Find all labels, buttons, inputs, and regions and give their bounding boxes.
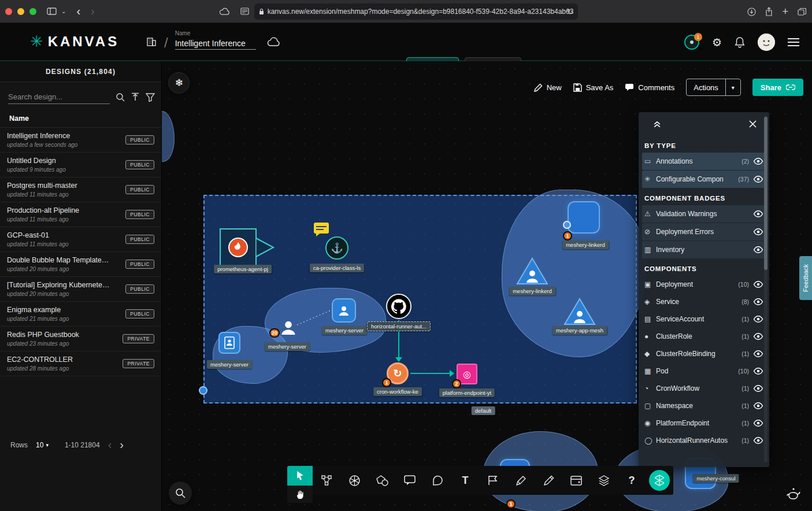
menu-hamburger-icon[interactable] [788, 38, 799, 46]
node-label[interactable]: platform-endpoint-yt [439, 388, 495, 397]
node-label[interactable]: prometheus-agent-pj [214, 265, 272, 273]
previous-page-button[interactable]: ‹ [108, 438, 112, 451]
meshery-app-mesh-triangle-icon[interactable] [563, 298, 596, 325]
save-as-button[interactable]: Save As [573, 83, 614, 92]
badge-row[interactable]: ⊘ Deployment Errors [642, 223, 766, 240]
visibility-eye-icon[interactable] [753, 228, 763, 235]
search-icon[interactable] [116, 92, 125, 102]
components-tool[interactable] [313, 466, 340, 495]
selection-handle[interactable] [199, 386, 207, 395]
notes-tool[interactable] [562, 466, 590, 495]
design-row[interactable]: Enigma example updated 21 minutes ago PU… [0, 302, 161, 327]
component-row[interactable]: ◉ PlatformEndpoint (1) [642, 414, 766, 431]
node-label[interactable]: meshery-server [207, 360, 252, 369]
node-label[interactable]: meshery-server [322, 326, 367, 335]
visibility-eye-icon[interactable] [753, 368, 763, 375]
zoom-button[interactable] [169, 482, 192, 505]
component-row[interactable]: ▤ ServiceAccount (1) [642, 310, 766, 327]
organization-icon[interactable] [146, 36, 157, 47]
node-label[interactable]: meshery-consul [693, 474, 739, 483]
ca-provider-node-icon[interactable]: ⚓ [325, 236, 348, 260]
github-runner-node-icon[interactable] [386, 294, 411, 319]
component-row[interactable]: ◆ ClusterRoleBinding (1) [642, 345, 766, 362]
reload-icon[interactable]: ↻ [567, 8, 573, 16]
new-design-button[interactable]: New [534, 83, 562, 92]
component-row[interactable]: ▣ Deployment (10) [642, 276, 766, 292]
component-row[interactable]: ▢ Namespace (1) [642, 397, 766, 414]
sidebar-toggle-icon[interactable] [47, 8, 57, 15]
collapse-panel-icon[interactable] [652, 119, 662, 128]
design-name-input[interactable] [175, 38, 256, 50]
design-row[interactable]: Redis PHP Guestbook updated 23 minutes a… [0, 327, 161, 351]
address-bar[interactable]: kanvas.new/extension/meshmap?mode=design… [254, 3, 578, 20]
close-panel-icon[interactable] [749, 120, 757, 128]
icloud-icon[interactable] [219, 8, 230, 15]
panel-scrollbar-thumb[interactable] [764, 117, 767, 270]
meshery-server-card-node-icon[interactable] [218, 332, 240, 354]
visibility-eye-icon[interactable] [753, 402, 763, 409]
kubernetes-tool[interactable] [340, 466, 368, 495]
component-row[interactable]: ◈ Service (8) [642, 293, 766, 310]
help-tool[interactable]: ? [618, 466, 646, 495]
sticker-tool[interactable] [424, 466, 451, 495]
node-label[interactable]: cron-workflow-ke [373, 387, 422, 396]
freeze-layout-button[interactable]: ❄ [168, 72, 190, 94]
design-row[interactable]: GCP-east-01 updated 11 minutes ago PUBLI… [0, 227, 161, 252]
design-row[interactable]: Production-alt Pipeline updated 11 minut… [0, 202, 161, 227]
pan-tool[interactable] [287, 486, 313, 503]
meshery-server-node-icon[interactable] [332, 298, 356, 323]
pen-tool[interactable] [507, 466, 535, 495]
next-page-button[interactable]: › [120, 438, 124, 451]
node-label[interactable]: meshery-server [265, 342, 310, 351]
visibility-eye-icon[interactable] [753, 437, 763, 444]
filter-icon[interactable] [146, 93, 155, 102]
image-tool[interactable] [479, 466, 507, 495]
forward-button[interactable]: › [91, 5, 95, 18]
meshery-linkerd-triangle-icon[interactable] [516, 257, 548, 285]
node-label[interactable]: meshery-linkerd [562, 240, 609, 249]
visibility-eye-icon[interactable] [753, 176, 763, 183]
visibility-eye-icon[interactable] [753, 316, 763, 323]
settings-gear-icon[interactable]: ⚙ [712, 36, 722, 49]
comments-button[interactable]: Comments [625, 83, 674, 92]
layers-tool[interactable] [590, 466, 618, 495]
by-type-row[interactable]: ✳ Configurable Compon (37) [642, 171, 766, 188]
comment-annotation-icon[interactable] [313, 222, 329, 237]
name-column-header[interactable]: Name [0, 110, 161, 128]
new-tab-icon[interactable]: + [782, 6, 788, 18]
visibility-eye-icon[interactable] [753, 298, 763, 305]
design-row[interactable]: Untitled Design updated 9 minutes ago PU… [0, 153, 161, 177]
visibility-eye-icon[interactable] [753, 420, 763, 427]
by-type-row[interactable]: ▭ Annotations (2) [642, 153, 766, 170]
node-label[interactable]: meshery-linkerd [509, 287, 555, 295]
design-row[interactable]: Double Bubble Map Template-copy updated … [0, 252, 161, 277]
component-row[interactable]: ● ClusterRole (1) [642, 328, 766, 345]
share-button[interactable]: Share [752, 79, 803, 96]
notification-center-button[interactable] [781, 482, 806, 506]
badge-row[interactable]: ⚠ Validation Warnings [642, 205, 766, 223]
tab-overview-icon[interactable] [798, 8, 806, 16]
environment-indicator[interactable]: 1 [684, 35, 699, 50]
panel-scrollbar[interactable] [764, 116, 767, 462]
meshery-extension-button[interactable] [646, 466, 673, 495]
visibility-eye-icon[interactable] [753, 281, 763, 288]
node-label[interactable]: ca-provider-class-ls [310, 264, 364, 272]
design-row[interactable]: EC2-CONTROLLER updated 28 minutes ago PR… [0, 351, 161, 376]
chevron-down-icon[interactable]: ⌄ [61, 8, 66, 14]
meshery-linkerd-node-icon[interactable] [568, 201, 600, 234]
visibility-eye-icon[interactable] [753, 333, 763, 340]
sort-icon[interactable] [131, 92, 140, 102]
namespace-label[interactable]: default [472, 406, 495, 415]
design-row[interactable]: Intelligent Inference updated a few seco… [0, 128, 161, 153]
visibility-eye-icon[interactable] [753, 246, 763, 253]
notifications-bell-icon[interactable] [735, 36, 745, 48]
text-tool[interactable]: T [451, 466, 479, 495]
actions-dropdown[interactable]: Actions ▾ [686, 79, 741, 96]
save-cloud-icon[interactable] [266, 37, 280, 46]
node-label[interactable]: horizontal-runner-aut... [367, 321, 431, 331]
kanvas-logo[interactable]: ✳ KANVAS [30, 34, 119, 50]
visibility-eye-icon[interactable] [753, 385, 763, 392]
rows-per-page-select[interactable]: 10 ▾ [36, 441, 49, 449]
component-row[interactable]: ◯ HorizontalRunnerAutos (1) [642, 432, 766, 449]
design-row[interactable]: Postgres multi-master updated 11 minutes… [0, 177, 161, 202]
